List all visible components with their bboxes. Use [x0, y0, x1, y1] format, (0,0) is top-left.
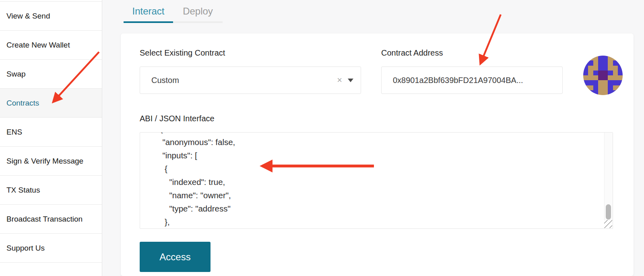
- identicon-pixel: [608, 71, 613, 75]
- identicon-pixel: [613, 71, 618, 75]
- identicon-pixel: [613, 75, 618, 80]
- identicon-pixel: [583, 75, 588, 80]
- identicon-pixel: [618, 66, 623, 71]
- identicon-pixel: [608, 56, 613, 60]
- identicon-pixel: [613, 56, 618, 60]
- sidebar-item-create-new-wallet[interactable]: Create New Wallet: [0, 31, 102, 60]
- selected-contract-value: Custom: [151, 76, 179, 85]
- abi-scrollbar-track[interactable]: [604, 133, 613, 220]
- sidebar-item-label: Swap: [6, 70, 26, 79]
- identicon-pixel: [608, 85, 613, 90]
- textarea-resize-handle-icon[interactable]: [604, 220, 612, 228]
- identicon-pixel: [603, 90, 608, 95]
- sidebar-item-label: Sign & Verify Message: [6, 157, 83, 166]
- sidebar-item-sign-verify-message[interactable]: Sign & Verify Message: [0, 147, 102, 176]
- identicon-pixel: [603, 56, 608, 60]
- identicon-pixel: [593, 66, 598, 71]
- identicon-pixel: [588, 75, 593, 80]
- sidebar-item-label: View & Send: [6, 12, 50, 21]
- identicon-pixel: [603, 60, 608, 65]
- abi-json-interface-label: ABI / JSON Interface: [140, 114, 215, 123]
- identicon-pixel: [588, 66, 593, 71]
- address-identicon: [583, 56, 623, 95]
- identicon-pixel: [618, 90, 623, 95]
- contract-address-label: Contract Address: [381, 48, 443, 58]
- identicon-pixel: [593, 85, 598, 90]
- identicon-pixel: [593, 75, 598, 80]
- identicon-pixel: [598, 66, 603, 71]
- sidebar-item-support-us[interactable]: Support Us: [0, 234, 102, 263]
- access-button[interactable]: Access: [140, 242, 211, 272]
- identicon-pixel: [608, 80, 613, 85]
- select-existing-contract-label: Select Existing Contract: [140, 48, 225, 58]
- identicon-pixel: [613, 90, 618, 95]
- sidebar: View & Send Create New Wallet Swap Contr…: [0, 0, 102, 276]
- identicon-pixel: [613, 66, 618, 71]
- sidebar-item-broadcast-transaction[interactable]: Broadcast Transaction: [0, 205, 102, 234]
- identicon-pixel: [613, 85, 618, 90]
- tab-deploy-label: Deploy: [183, 6, 213, 17]
- identicon-pixel: [583, 56, 588, 60]
- sidebar-item-label: ENS: [6, 128, 22, 137]
- identicon-pixel: [608, 60, 613, 65]
- abi-scrollbar-thumb[interactable]: [606, 204, 611, 220]
- identicon-pixel: [603, 85, 608, 90]
- abi-json-content: { "anonymous": false, "inputs": [ { "ind…: [140, 133, 604, 228]
- identicon-pixel: [608, 75, 613, 80]
- identicon-pixel: [583, 66, 588, 71]
- identicon-pixel: [588, 56, 593, 60]
- abi-content-clip: { "anonymous": false, "inputs": [ { "ind…: [140, 133, 604, 228]
- clear-selection-icon[interactable]: ×: [337, 76, 342, 85]
- identicon-pixel: [588, 80, 593, 85]
- identicon-pixel: [613, 80, 618, 85]
- identicon-pixel: [603, 71, 608, 75]
- chevron-down-icon[interactable]: [348, 79, 353, 82]
- identicon-pixel: [618, 80, 623, 85]
- identicon-pixel: [618, 71, 623, 75]
- identicon-pixel: [618, 85, 623, 90]
- identicon-pixel: [583, 60, 588, 65]
- identicon-pixel: [583, 71, 588, 75]
- identicon-pixel: [593, 90, 598, 95]
- tab-active-underline: [124, 21, 173, 23]
- sidebar-item-label: Support Us: [6, 244, 45, 253]
- sidebar-item-tx-status[interactable]: TX Status: [0, 176, 102, 205]
- identicon-pixel: [583, 85, 588, 90]
- identicon-pixel: [603, 80, 608, 85]
- identicon-pixel: [598, 85, 603, 90]
- tab-interact[interactable]: Interact: [124, 5, 173, 23]
- identicon-pixel: [618, 56, 623, 60]
- identicon-pixel: [603, 75, 608, 80]
- identicon-pixel: [583, 90, 588, 95]
- contract-address-input[interactable]: 0x8901a2Bbf639bFD21A97004BA...: [381, 66, 563, 94]
- contract-tabs: Interact Deploy: [124, 5, 223, 23]
- identicon-pixel: [588, 71, 593, 75]
- sidebar-item-label: TX Status: [6, 186, 40, 195]
- sidebar-item-swap[interactable]: Swap: [0, 60, 102, 89]
- identicon-pixel: [583, 80, 588, 85]
- sidebar-item-ens[interactable]: ENS: [0, 118, 102, 147]
- identicon-pixel: [593, 60, 598, 65]
- sidebar-item-label: Create New Wallet: [6, 41, 70, 50]
- contract-interact-card: Select Existing Contract Custom × Contra…: [121, 33, 634, 276]
- identicon-pixel: [618, 60, 623, 65]
- identicon-pixel: [588, 60, 593, 65]
- identicon-pixel: [618, 75, 623, 80]
- contract-address-value: 0x8901a2Bbf639bFD21A97004BA...: [393, 76, 523, 85]
- existing-contract-select[interactable]: Custom ×: [140, 66, 361, 94]
- sidebar-item-label: Broadcast Transaction: [6, 215, 83, 224]
- tab-interact-label: Interact: [132, 6, 164, 17]
- sidebar-item-contracts[interactable]: Contracts: [0, 89, 102, 118]
- identicon-pixel: [588, 90, 593, 95]
- sidebar-item-label: Contracts: [6, 99, 39, 108]
- abi-json-textarea[interactable]: { "anonymous": false, "inputs": [ { "ind…: [140, 132, 613, 229]
- tab-deploy[interactable]: Deploy: [173, 5, 223, 23]
- identicon-pixel: [608, 66, 613, 71]
- identicon-pixel: [603, 66, 608, 71]
- identicon-pixel: [613, 60, 618, 65]
- tab-underline: [173, 21, 223, 23]
- identicon-pixel: [598, 75, 603, 80]
- sidebar-item-view-send[interactable]: View & Send: [0, 2, 102, 31]
- identicon-pixel: [598, 71, 603, 75]
- identicon-pixel: [593, 80, 598, 85]
